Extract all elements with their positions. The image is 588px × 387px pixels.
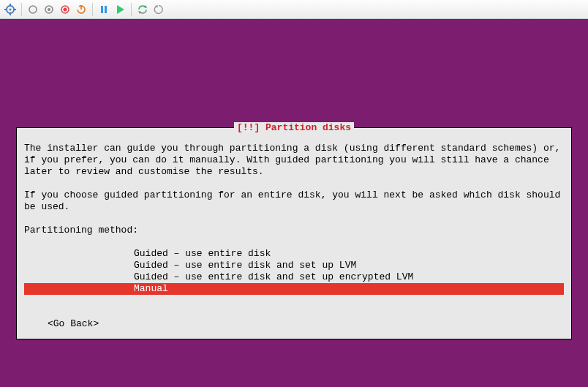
power-icon[interactable]: [74, 2, 88, 17]
option-guided-lvm[interactable]: Guided – use entire disk and set up LVM: [24, 260, 564, 271]
go-back-button[interactable]: <Go Back>: [24, 318, 564, 330]
dialog-title-row: [!!] Partition disks: [17, 128, 571, 140]
toolbar-separator: [21, 3, 22, 16]
dialog-paragraph-2: If you choose guided partitioning for an…: [24, 189, 564, 213]
option-guided-encrypted-lvm[interactable]: Guided – use entire disk and set up encr…: [24, 271, 564, 283]
toolbar-separator: [92, 3, 93, 16]
snapshot-dot-icon[interactable]: [42, 2, 56, 17]
dialog-title: [!!] Partition disks: [234, 122, 354, 134]
svg-rect-14: [105, 6, 107, 13]
svg-point-10: [64, 7, 67, 11]
restart-icon[interactable]: [151, 2, 166, 17]
pause-icon[interactable]: [97, 2, 111, 17]
partition-dialog: [!!] Partition disks The installer can g…: [16, 127, 572, 339]
settings-icon[interactable]: [3, 2, 18, 17]
svg-rect-13: [101, 6, 103, 13]
method-label: Partitioning method:: [24, 225, 564, 236]
svg-point-8: [48, 8, 50, 11]
svg-marker-15: [117, 5, 124, 14]
snapshot-ring-icon[interactable]: [26, 2, 40, 17]
sync-icon[interactable]: [135, 2, 150, 17]
svg-point-6: [29, 6, 37, 13]
option-guided-entire[interactable]: Guided – use entire disk: [24, 248, 564, 260]
options-list: Guided – use entire disk Guided – use en…: [24, 248, 564, 295]
vm-display: [!!] Partition disks The installer can g…: [0, 19, 588, 387]
vm-toolbar: [0, 0, 588, 19]
play-icon[interactable]: [113, 2, 127, 17]
toolbar-separator: [131, 3, 132, 16]
dialog-body: The installer can guide you through part…: [17, 140, 571, 339]
option-manual[interactable]: Manual: [24, 283, 564, 295]
svg-point-1: [10, 8, 12, 10]
record-icon[interactable]: [58, 2, 72, 17]
dialog-paragraph-1: The installer can guide you through part…: [24, 143, 564, 178]
